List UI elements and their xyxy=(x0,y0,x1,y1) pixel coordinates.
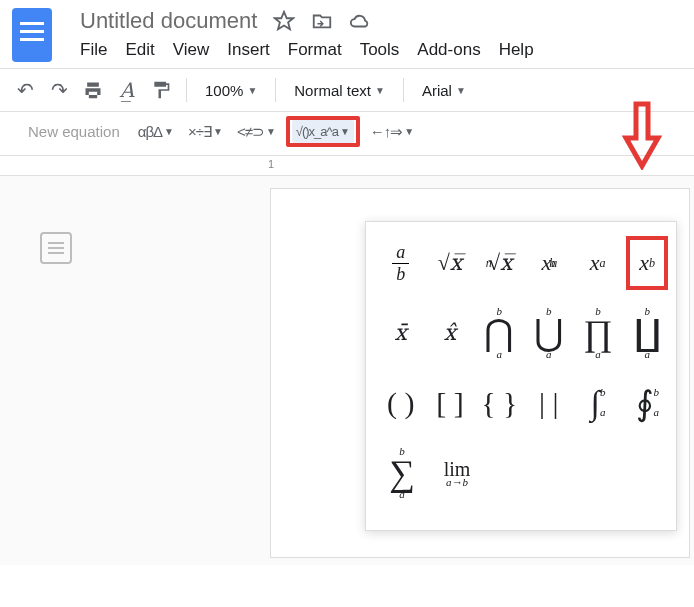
eq-parentheses[interactable]: ( ) xyxy=(380,376,421,430)
chevron-down-icon: ▼ xyxy=(247,85,257,96)
annotation-arrow xyxy=(622,100,662,170)
eq-superscript[interactable]: xb xyxy=(626,236,668,290)
move-icon[interactable] xyxy=(311,10,333,32)
math-operations-panel: ab √x̅ n√x̅ xab xa xb x̄ x̂ b⋂a b⋃a b∏a … xyxy=(365,221,677,531)
eq-group-math[interactable]: √()x_a^a ▼ xyxy=(292,120,354,143)
chevron-down-icon: ▼ xyxy=(164,126,174,137)
chevron-down-icon: ▼ xyxy=(375,85,385,96)
outline-toggle-button[interactable] xyxy=(40,232,72,264)
chevron-down-icon: ▼ xyxy=(404,126,414,137)
spellcheck-button[interactable]: A̲ xyxy=(112,75,142,105)
chevron-down-icon: ▼ xyxy=(456,85,466,96)
menu-format[interactable]: Format xyxy=(288,40,342,60)
eq-group-operators[interactable]: ×÷∃ ▼ xyxy=(184,119,227,145)
eq-sum[interactable]: b∑a xyxy=(380,446,424,500)
eq-group-greek[interactable]: αβΔ ▼ xyxy=(134,119,178,144)
menu-file[interactable]: File xyxy=(80,40,107,60)
eq-bigcap[interactable]: b⋂a xyxy=(479,306,520,360)
eq-group-arrows[interactable]: ←↑⇒ ▼ xyxy=(366,119,418,145)
font-dropdown[interactable]: Arial ▼ xyxy=(414,75,474,105)
menu-help[interactable]: Help xyxy=(499,40,534,60)
menu-insert[interactable]: Insert xyxy=(227,40,270,60)
new-equation-button[interactable]: New equation xyxy=(28,123,120,140)
menu-view[interactable]: View xyxy=(173,40,210,60)
eq-fraction[interactable]: ab xyxy=(380,236,421,290)
eq-vertical-bars[interactable]: | | xyxy=(528,376,569,430)
equation-toolbar: New equation αβΔ ▼ ×÷∃ ▼ <≠⊃ ▼ √()x_a^a … xyxy=(0,112,694,155)
menu-edit[interactable]: Edit xyxy=(125,40,154,60)
doc-title[interactable]: Untitled document xyxy=(80,8,257,34)
eq-integral[interactable]: ∫ba xyxy=(577,376,618,430)
cloud-icon[interactable] xyxy=(349,10,371,32)
eq-group-relations[interactable]: <≠⊃ ▼ xyxy=(233,119,280,145)
chevron-down-icon: ▼ xyxy=(340,126,350,137)
zoom-dropdown[interactable]: 100% ▼ xyxy=(197,75,265,105)
eq-xbar[interactable]: x̄ xyxy=(380,306,421,360)
eq-braces[interactable]: { } xyxy=(479,376,520,430)
eq-bigcup[interactable]: b⋃a xyxy=(528,306,569,360)
docs-logo[interactable] xyxy=(12,8,52,62)
paint-format-button[interactable] xyxy=(146,75,176,105)
main-toolbar: ↶ ↷ A̲ 100% ▼ Normal text ▼ Arial ▼ xyxy=(0,69,694,111)
redo-button[interactable]: ↷ xyxy=(44,75,74,105)
svg-marker-0 xyxy=(275,12,293,29)
menubar: File Edit View Insert Format Tools Add-o… xyxy=(80,40,682,68)
eq-sqrt[interactable]: √x̅ xyxy=(429,236,470,290)
menu-tools[interactable]: Tools xyxy=(360,40,400,60)
eq-sub-sup[interactable]: xab xyxy=(528,236,569,290)
chevron-down-icon: ▼ xyxy=(266,126,276,137)
eq-xhat[interactable]: x̂ xyxy=(429,306,470,360)
eq-nth-root[interactable]: n√x̅ xyxy=(479,236,520,290)
eq-subscript[interactable]: xa xyxy=(577,236,618,290)
undo-button[interactable]: ↶ xyxy=(10,75,40,105)
eq-coproduct[interactable]: b∐a xyxy=(627,306,668,360)
style-dropdown[interactable]: Normal text ▼ xyxy=(286,75,393,105)
eq-limit[interactable]: lima→b xyxy=(432,446,482,500)
print-button[interactable] xyxy=(78,75,108,105)
eq-brackets[interactable]: [ ] xyxy=(429,376,470,430)
ruler[interactable]: 1 xyxy=(0,156,694,176)
eq-product[interactable]: b∏a xyxy=(577,306,618,360)
chevron-down-icon: ▼ xyxy=(213,126,223,137)
menu-addons[interactable]: Add-ons xyxy=(417,40,480,60)
eq-contour-integral[interactable]: ∮ba xyxy=(627,376,668,430)
annotation-highlight-math-group: √()x_a^a ▼ xyxy=(286,116,360,147)
star-icon[interactable] xyxy=(273,10,295,32)
